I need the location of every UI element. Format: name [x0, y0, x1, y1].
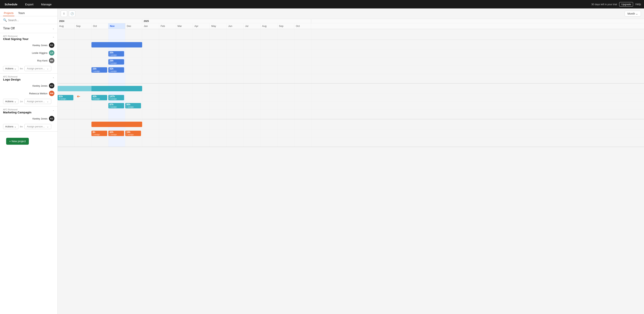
- scroll-up-button[interactable]: ⇧: [61, 10, 67, 17]
- duration-marketing: 8m: [20, 126, 23, 128]
- member-name-rw: Rebecca Welton: [29, 92, 48, 95]
- actions-button-logo[interactable]: Actions ⌄: [3, 99, 18, 104]
- mkt-kj-bar-nov: 42h 1 assign.: [108, 131, 124, 136]
- actions-label-marketing: Actions: [5, 125, 14, 128]
- marketing-bar-row: [58, 119, 644, 129]
- member-name-kj3: Keeley Jones: [32, 117, 48, 120]
- member-roy-kent: Roy Kent RK: [0, 57, 58, 64]
- month-dec24: Dec: [125, 23, 142, 29]
- member-name-rk: Roy Kent: [37, 59, 48, 62]
- year-2025: 2025: [142, 19, 311, 23]
- calendar-header: 2024 2025 Aug Sep Oct Nov Dec Jan Feb Ma…: [58, 19, 644, 29]
- actions-label-cleat: Actions: [5, 67, 14, 70]
- project-logo-collapse[interactable]: ⌃: [52, 77, 54, 80]
- nav-manage[interactable]: Manage: [40, 2, 53, 7]
- project-cleat-header: AFC Richmond Cleat Signing Tour ⌃: [0, 33, 58, 41]
- project-cleat-name: Cleat Signing Tour: [3, 37, 28, 40]
- search-input[interactable]: [8, 19, 54, 22]
- cleat-project-bar: [92, 42, 142, 48]
- actions-label-logo: Actions: [5, 100, 14, 103]
- assign-chevron-cleat: ⌄: [47, 67, 49, 70]
- sidebar-tab-bar: Projects Team: [0, 8, 58, 16]
- tab-projects[interactable]: Projects: [3, 10, 14, 16]
- project-logo-footer: Actions ⌄ 1m Assign person... ⌄: [0, 97, 58, 106]
- assign-button-marketing[interactable]: Assign person... ⌄: [24, 124, 51, 129]
- member-leslie-higgins: Leslie Higgins LH: [0, 49, 58, 57]
- month-aug25: Aug: [260, 23, 278, 29]
- project-marketing-client: AFC Richmond: [3, 108, 32, 111]
- member-rebecca-welton: Rebecca Welton RW: [0, 90, 58, 97]
- month-jan25: Jan: [142, 23, 159, 29]
- time-off-header[interactable]: Time Off ⌄: [0, 24, 58, 33]
- new-project-area: + New project: [0, 132, 58, 151]
- project-logo-design: AFC Richmond Logo Design ⌃ Keeley Jones …: [0, 74, 58, 106]
- year-2024: 2024: [58, 19, 142, 23]
- member-name-kj2: Keeley Jones: [32, 84, 48, 87]
- project-marketing-name: Marketing Campagin: [3, 111, 32, 114]
- project-marketing-collapse[interactable]: ⌃: [52, 110, 54, 112]
- assign-label-marketing: Assign person...: [27, 125, 45, 128]
- month-feb25: Feb: [159, 23, 176, 29]
- cleat-rk-bar-oct: 28h 1 assign.: [92, 67, 107, 73]
- tab-team[interactable]: Team: [18, 10, 26, 16]
- logo-bar-main: [92, 86, 142, 91]
- clock-button[interactable]: 🕐: [69, 10, 75, 17]
- help-link[interactable]: Help: [635, 3, 641, 6]
- new-project-button[interactable]: + New project: [6, 138, 29, 145]
- month-apr25: Apr: [193, 23, 210, 29]
- member-keeley-jones-1: Keeley Jones KJ: [0, 41, 58, 49]
- project-marketing-footer: Actions ⌄ 8m Assign person... ⌄: [0, 122, 58, 132]
- cleat-lh-row: 28h 4 assign.: [58, 58, 644, 66]
- avatar-rk: RK: [49, 58, 54, 63]
- trial-text: 30 days left in your trial: [591, 3, 617, 6]
- cleat-footer-row: [58, 74, 644, 84]
- month-sep24: Sep: [74, 23, 92, 29]
- upgrade-button[interactable]: Upgrade: [619, 2, 633, 6]
- avatar-kj1: KJ: [49, 42, 54, 48]
- calendar-scroll[interactable]: 2024 2025 Aug Sep Oct Nov Dec Jan Feb Ma…: [58, 19, 644, 314]
- nav-export[interactable]: Export: [24, 2, 35, 7]
- cleat-bar-row: [58, 40, 644, 50]
- logo-kj-bar-nov: 147h 5 assign.: [108, 95, 124, 100]
- assign-button-cleat[interactable]: Assign person... ⌄: [24, 66, 51, 71]
- actions-chevron-marketing: ⌄: [14, 125, 16, 128]
- actions-button-marketing[interactable]: Actions ⌄: [3, 124, 18, 129]
- avatar-lh: LH: [49, 50, 54, 56]
- month-aug24: Aug: [58, 23, 74, 29]
- logo-rw-bar-dec: 80h 1 assign.: [125, 103, 141, 108]
- logo-rw-row: 87h 2 assign. 80h 1 assign.: [58, 102, 644, 110]
- search-icon: 🔍: [3, 18, 7, 22]
- logo-bar-sep: [74, 86, 92, 91]
- duration-cleat: 8m: [20, 68, 23, 70]
- time-off-chevron: ⌄: [52, 27, 54, 30]
- actions-chevron-cleat: ⌄: [14, 67, 16, 70]
- member-keeley-jones-3: Keeley Jones KJ: [0, 115, 58, 122]
- member-name-lh: Leslie Higgins: [32, 52, 48, 54]
- search-area: 🔍: [0, 16, 58, 24]
- month-mar25: Mar: [176, 23, 193, 29]
- member-name-kj1: Keeley Jones: [32, 44, 48, 47]
- month-view-button[interactable]: Month ⌄: [624, 11, 641, 16]
- month-sep25: Sep: [278, 23, 294, 29]
- project-logo-name: Logo Design: [3, 78, 20, 81]
- time-off-row: [58, 29, 644, 40]
- assign-label-logo: Assign person...: [27, 100, 45, 103]
- month-oct25: Oct: [294, 23, 311, 29]
- project-marketing-header: AFC Richmond Marketing Campagin ⌃: [0, 106, 58, 115]
- month-may25: May: [210, 23, 227, 29]
- cleat-lh-bar: 28h 4 assign.: [108, 59, 124, 64]
- arrow-annotation: ➜: [77, 94, 80, 99]
- actions-button-cleat[interactable]: Actions ⌄: [3, 66, 18, 71]
- logo-kj-bar-oct: 42h 8 assign.: [92, 95, 107, 100]
- cleat-rk-bar-nov: 42h 1 assign.: [108, 67, 124, 73]
- project-cleat-collapse[interactable]: ⌃: [52, 36, 54, 39]
- logo-kj-row: 61h 5 assign. 42h 8 assign. 147h 5 assig…: [58, 94, 644, 102]
- month-nov24: Nov: [108, 23, 125, 29]
- nav-schedule[interactable]: Schedule: [3, 2, 19, 7]
- marketing-footer-row: [58, 138, 644, 147]
- calendar-grid: 2024 2025 Aug Sep Oct Nov Dec Jan Feb Ma…: [58, 19, 644, 147]
- cleat-rk-row: 28h 1 assign. 42h 1 assign.: [58, 66, 644, 74]
- project-logo-client: AFC Richmond: [3, 76, 20, 78]
- assign-button-logo[interactable]: Assign person... ⌄: [24, 99, 51, 104]
- mkt-kj-bar-oct: 8h 1 assign.: [92, 131, 107, 136]
